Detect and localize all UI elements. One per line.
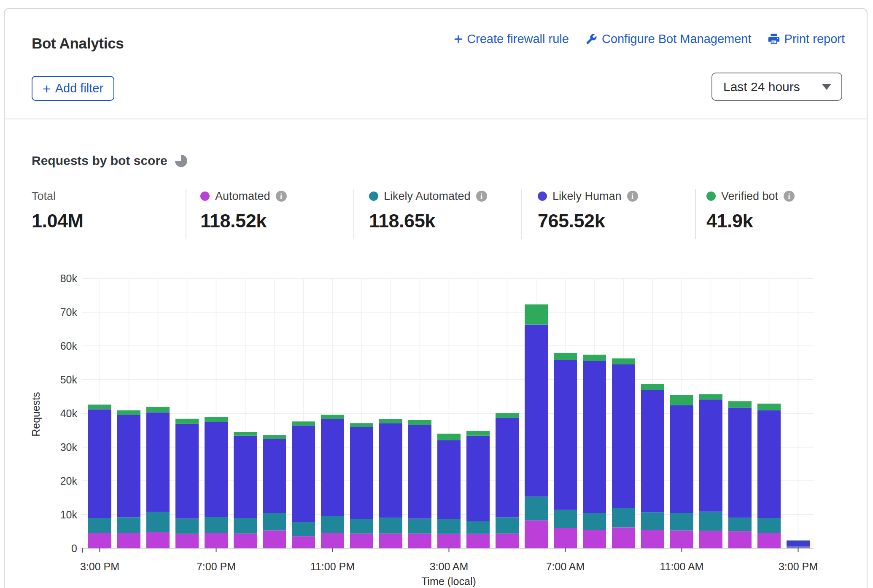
bar-800am-17[interactable] xyxy=(583,355,606,548)
bar-segment[interactable] xyxy=(787,546,810,547)
bar-segment[interactable] xyxy=(379,423,402,518)
bar-segment[interactable] xyxy=(641,512,664,530)
bar-segment[interactable] xyxy=(88,533,111,548)
bar-segment[interactable] xyxy=(408,420,431,425)
bar-600pm-3[interactable] xyxy=(175,419,199,548)
bar-300pm-24[interactable] xyxy=(787,540,810,548)
bar-segment[interactable] xyxy=(554,360,577,510)
bar-segment[interactable] xyxy=(525,325,548,497)
bar-segment[interactable] xyxy=(757,410,781,518)
bar-500pm-2[interactable] xyxy=(146,407,170,548)
bar-1100pm-8[interactable] xyxy=(321,415,344,548)
bar-segment[interactable] xyxy=(350,423,373,427)
bar-segment[interactable] xyxy=(117,517,140,533)
bar-segment[interactable] xyxy=(379,534,402,548)
bar-segment[interactable] xyxy=(787,541,810,547)
bar-segment[interactable] xyxy=(612,364,635,508)
bar-segment[interactable] xyxy=(379,518,402,534)
bar-segment[interactable] xyxy=(88,518,111,533)
bar-segment[interactable] xyxy=(612,359,635,364)
bar-segment[interactable] xyxy=(757,533,781,548)
bar-segment[interactable] xyxy=(525,497,548,521)
bar-400am-13[interactable] xyxy=(466,431,490,548)
bar-segment[interactable] xyxy=(146,512,170,532)
info-icon[interactable]: i xyxy=(627,191,638,202)
bar-segment[interactable] xyxy=(175,424,199,519)
bar-segment[interactable] xyxy=(205,533,228,548)
bar-segment[interactable] xyxy=(437,440,461,519)
bar-segment[interactable] xyxy=(117,415,140,517)
bar-segment[interactable] xyxy=(117,533,140,548)
bar-segment[interactable] xyxy=(583,513,606,530)
bar-segment[interactable] xyxy=(466,431,490,436)
info-icon[interactable]: i xyxy=(276,191,287,202)
bar-segment[interactable] xyxy=(787,540,810,541)
bar-100pm-22[interactable] xyxy=(728,401,752,548)
bar-segment[interactable] xyxy=(234,436,257,518)
bar-segment[interactable] xyxy=(641,530,664,548)
bar-segment[interactable] xyxy=(175,534,199,548)
bar-segment[interactable] xyxy=(612,508,635,527)
bar-segment[interactable] xyxy=(496,517,519,533)
bar-segment[interactable] xyxy=(292,421,315,426)
bar-segment[interactable] xyxy=(117,410,140,415)
bar-segment[interactable] xyxy=(234,432,257,436)
bar-segment[interactable] xyxy=(728,401,752,407)
bar-300pm-0[interactable] xyxy=(88,405,111,548)
bar-segment[interactable] xyxy=(496,534,519,548)
bar-segment[interactable] xyxy=(408,425,431,518)
bar-segment[interactable] xyxy=(583,361,606,513)
bar-200am-11[interactable] xyxy=(408,420,431,548)
bar-segment[interactable] xyxy=(321,419,344,516)
bar-segment[interactable] xyxy=(321,516,344,533)
bar-segment[interactable] xyxy=(670,531,693,548)
create-firewall-rule-link[interactable]: + Create firewall rule xyxy=(454,32,569,46)
bar-segment[interactable] xyxy=(525,305,548,325)
bar-1100am-20[interactable] xyxy=(670,395,693,548)
bot-score-chart[interactable]: 010k20k30k40k50k60k70k80k3:00 PM7:00 PM1… xyxy=(0,266,873,588)
bar-segment[interactable] xyxy=(787,548,810,548)
bar-segment[interactable] xyxy=(234,518,257,534)
bar-segment[interactable] xyxy=(699,399,722,512)
bar-segment[interactable] xyxy=(263,435,286,439)
bar-segment[interactable] xyxy=(699,512,722,531)
bar-segment[interactable] xyxy=(263,439,286,513)
bar-segment[interactable] xyxy=(146,532,170,548)
bar-segment[interactable] xyxy=(728,518,752,531)
bar-segment[interactable] xyxy=(641,390,664,512)
bar-segment[interactable] xyxy=(263,531,286,548)
bar-800pm-5[interactable] xyxy=(234,432,257,548)
bar-segment[interactable] xyxy=(205,417,228,422)
bar-segment[interactable] xyxy=(583,530,606,548)
info-icon[interactable]: i xyxy=(784,191,795,202)
bar-segment[interactable] xyxy=(234,534,257,548)
bar-segment[interactable] xyxy=(146,413,170,512)
bar-segment[interactable] xyxy=(350,534,373,548)
bar-segment[interactable] xyxy=(757,404,781,410)
bar-segment[interactable] xyxy=(321,533,344,548)
bar-segment[interactable] xyxy=(554,510,577,528)
bar-segment[interactable] xyxy=(88,405,111,409)
bar-segment[interactable] xyxy=(379,419,402,423)
bar-900am-18[interactable] xyxy=(612,359,635,548)
bar-segment[interactable] xyxy=(699,394,722,399)
bar-700am-16[interactable] xyxy=(554,353,577,548)
bar-segment[interactable] xyxy=(88,409,111,518)
info-icon[interactable]: i xyxy=(476,191,487,202)
bar-segment[interactable] xyxy=(292,536,315,548)
bar-200pm-23[interactable] xyxy=(757,404,781,548)
bar-segment[interactable] xyxy=(205,422,228,517)
bar-600am-15[interactable] xyxy=(525,305,548,548)
bar-100am-10[interactable] xyxy=(379,419,402,548)
bar-900pm-6[interactable] xyxy=(263,435,286,548)
bar-segment[interactable] xyxy=(466,436,490,521)
bar-1000pm-7[interactable] xyxy=(292,421,315,548)
bar-segment[interactable] xyxy=(728,531,752,548)
bar-1200pm-21[interactable] xyxy=(699,394,722,548)
bar-500am-14[interactable] xyxy=(496,413,519,548)
bar-segment[interactable] xyxy=(408,519,431,534)
bar-300am-12[interactable] xyxy=(437,434,461,548)
bar-segment[interactable] xyxy=(670,405,693,513)
bar-segment[interactable] xyxy=(146,407,170,413)
bar-segment[interactable] xyxy=(263,513,286,531)
